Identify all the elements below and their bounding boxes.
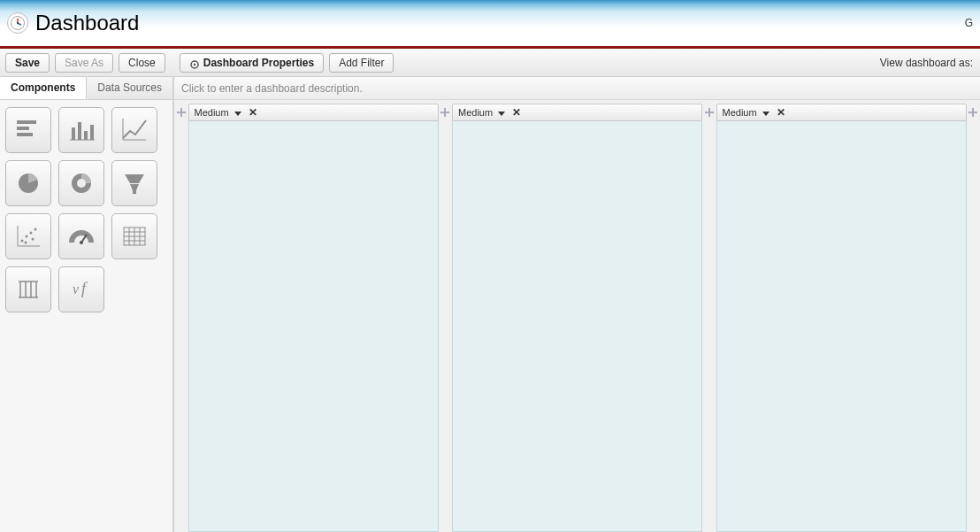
column-2-dropzone[interactable]: [452, 121, 702, 532]
column-1-header: Medium ✕: [188, 104, 439, 121]
column-1-remove-button[interactable]: ✕: [249, 107, 257, 118]
column-3-header: Medium ✕: [716, 104, 967, 121]
add-column-left[interactable]: [174, 104, 188, 532]
columns-container: Medium ✕ Medium ✕: [174, 100, 980, 532]
horizontal-bar-chart-icon[interactable]: [5, 107, 51, 153]
svg-point-23: [26, 235, 28, 238]
svg-rect-9: [84, 131, 88, 140]
plus-icon: [968, 107, 978, 118]
svg-rect-8: [78, 122, 81, 140]
svg-rect-6: [17, 133, 33, 136]
svg-point-3: [194, 63, 195, 65]
add-column-right[interactable]: [967, 104, 981, 532]
funnel-chart-icon[interactable]: [111, 160, 157, 206]
column-3-size-dropdown[interactable]: [762, 107, 769, 118]
header-right-fragment: G: [965, 17, 973, 29]
dashboard-description-input[interactable]: Click to enter a dashboard description.: [174, 77, 980, 100]
svg-point-24: [30, 232, 33, 235]
chevron-down-icon: [234, 112, 241, 116]
dashboard-logo-icon: [7, 12, 28, 34]
add-column-1-2[interactable]: [439, 104, 453, 532]
svg-point-29: [80, 241, 83, 244]
table-component-icon[interactable]: [111, 213, 157, 259]
pie-chart-icon[interactable]: [5, 160, 51, 206]
dashboard-canvas: Click to enter a dashboard description. …: [173, 77, 980, 532]
column-1: Medium ✕: [188, 104, 439, 532]
view-dashboard-as-label: View dashboard as:: [880, 57, 975, 69]
tab-components[interactable]: Components: [0, 77, 87, 99]
svg-rect-10: [90, 125, 94, 140]
tab-data-sources[interactable]: Data Sources: [87, 77, 173, 99]
page-header: Dashboard G: [0, 0, 980, 46]
line-chart-icon[interactable]: [111, 107, 157, 153]
svg-rect-7: [72, 127, 75, 140]
svg-marker-17: [125, 174, 144, 183]
metric-component-icon[interactable]: [5, 266, 51, 312]
svg-marker-18: [130, 184, 139, 190]
add-column-2-3[interactable]: [702, 104, 716, 532]
gauge-chart-icon[interactable]: [58, 213, 104, 259]
column-2-size-dropdown[interactable]: [498, 107, 505, 118]
properties-icon: [189, 58, 200, 68]
sidebar: Components Data Sources: [0, 77, 173, 532]
column-3-remove-button[interactable]: ✕: [777, 107, 785, 118]
plus-icon: [704, 107, 715, 118]
toolbar: Save Save As Close Dashboard Properties …: [0, 49, 980, 77]
svg-point-1: [17, 22, 19, 24]
dashboard-properties-button[interactable]: Dashboard Properties: [180, 53, 324, 73]
chevron-down-icon: [762, 112, 769, 116]
plus-icon: [440, 107, 450, 118]
column-3-size-label: Medium: [723, 107, 757, 118]
svg-rect-4: [17, 120, 36, 124]
svg-point-26: [25, 242, 27, 244]
close-button[interactable]: Close: [119, 53, 165, 73]
vertical-bar-chart-icon[interactable]: [58, 107, 104, 153]
column-3: Medium ✕: [716, 104, 967, 532]
page-title: Dashboard: [35, 11, 139, 35]
column-2: Medium ✕: [452, 104, 702, 532]
visualforce-component-icon[interactable]: v f: [58, 266, 104, 312]
dashboard-properties-label: Dashboard Properties: [203, 54, 314, 72]
column-2-size-label: Medium: [458, 107, 493, 118]
svg-point-22: [21, 240, 24, 243]
donut-chart-icon[interactable]: [58, 160, 104, 206]
save-button[interactable]: Save: [5, 53, 50, 73]
svg-point-16: [77, 179, 86, 188]
column-2-header: Medium ✕: [452, 104, 702, 121]
scatter-chart-icon[interactable]: [5, 213, 51, 259]
svg-rect-5: [17, 127, 29, 130]
column-1-dropzone[interactable]: [188, 121, 439, 532]
column-1-size-label: Medium: [195, 107, 229, 118]
column-1-size-dropdown[interactable]: [234, 107, 241, 118]
svg-rect-19: [133, 190, 136, 194]
column-2-remove-button[interactable]: ✕: [512, 107, 521, 118]
svg-text:f: f: [81, 280, 88, 297]
sidebar-tabs: Components Data Sources: [0, 77, 172, 100]
save-as-button[interactable]: Save As: [55, 53, 113, 73]
add-filter-button[interactable]: Add Filter: [329, 53, 394, 73]
plus-icon: [176, 107, 187, 118]
component-palette: v f: [0, 100, 172, 320]
svg-point-27: [32, 238, 34, 241]
column-3-dropzone[interactable]: [716, 121, 967, 532]
svg-point-25: [34, 228, 37, 231]
chevron-down-icon: [498, 112, 505, 116]
svg-text:v: v: [73, 281, 80, 297]
